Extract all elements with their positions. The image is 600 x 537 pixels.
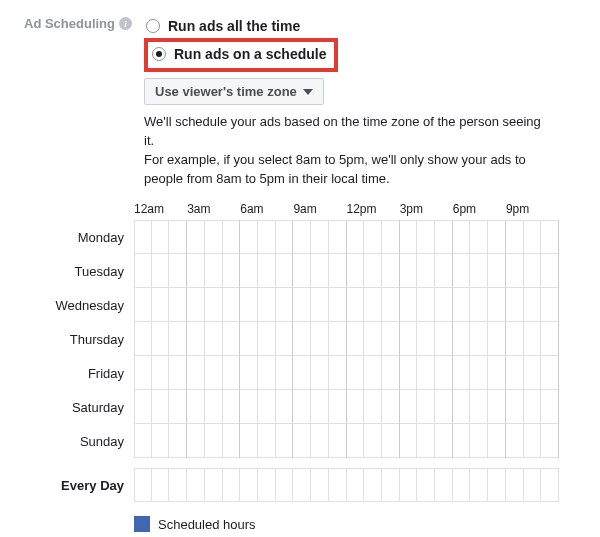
radio-run-all-time[interactable]: Run ads all the time bbox=[144, 16, 576, 36]
schedule-cell[interactable] bbox=[364, 356, 382, 390]
schedule-cell[interactable] bbox=[293, 356, 311, 390]
schedule-cell[interactable] bbox=[240, 220, 258, 254]
schedule-cell[interactable] bbox=[169, 288, 187, 322]
schedule-cell[interactable] bbox=[524, 356, 542, 390]
schedule-cell[interactable] bbox=[453, 322, 471, 356]
schedule-cell[interactable] bbox=[435, 254, 453, 288]
schedule-cell[interactable] bbox=[541, 322, 559, 356]
schedule-cell[interactable] bbox=[134, 288, 152, 322]
schedule-cell[interactable] bbox=[347, 288, 365, 322]
schedule-cell[interactable] bbox=[453, 220, 471, 254]
schedule-cell[interactable] bbox=[506, 322, 524, 356]
schedule-cell[interactable] bbox=[400, 424, 418, 458]
radio-run-on-schedule[interactable]: Run ads on a schedule bbox=[150, 44, 328, 64]
schedule-cell[interactable] bbox=[311, 254, 329, 288]
schedule-cell[interactable] bbox=[276, 356, 294, 390]
schedule-cell[interactable] bbox=[329, 288, 347, 322]
schedule-cell[interactable] bbox=[541, 424, 559, 458]
schedule-cell[interactable] bbox=[382, 254, 400, 288]
schedule-cell[interactable] bbox=[152, 390, 170, 424]
schedule-cell[interactable] bbox=[169, 356, 187, 390]
schedule-cell[interactable] bbox=[205, 390, 223, 424]
schedule-cell[interactable] bbox=[293, 288, 311, 322]
schedule-cell[interactable] bbox=[488, 468, 506, 502]
schedule-cell[interactable] bbox=[541, 288, 559, 322]
day-cells[interactable] bbox=[134, 220, 559, 254]
schedule-cell[interactable] bbox=[470, 356, 488, 390]
day-cells[interactable] bbox=[134, 288, 559, 322]
schedule-cell[interactable] bbox=[152, 254, 170, 288]
schedule-cell[interactable] bbox=[400, 254, 418, 288]
schedule-cell[interactable] bbox=[382, 468, 400, 502]
schedule-cell[interactable] bbox=[470, 254, 488, 288]
schedule-cell[interactable] bbox=[364, 254, 382, 288]
schedule-cell[interactable] bbox=[541, 254, 559, 288]
schedule-cell[interactable] bbox=[506, 220, 524, 254]
schedule-cell[interactable] bbox=[240, 390, 258, 424]
schedule-cell[interactable] bbox=[524, 390, 542, 424]
schedule-cell[interactable] bbox=[470, 220, 488, 254]
schedule-cell[interactable] bbox=[169, 390, 187, 424]
schedule-cell[interactable] bbox=[276, 288, 294, 322]
schedule-cell[interactable] bbox=[169, 424, 187, 458]
schedule-cell[interactable] bbox=[453, 356, 471, 390]
schedule-cell[interactable] bbox=[205, 288, 223, 322]
schedule-cell[interactable] bbox=[400, 468, 418, 502]
schedule-cell[interactable] bbox=[435, 390, 453, 424]
schedule-cell[interactable] bbox=[417, 322, 435, 356]
schedule-cell[interactable] bbox=[488, 220, 506, 254]
schedule-cell[interactable] bbox=[311, 424, 329, 458]
schedule-cell[interactable] bbox=[187, 424, 205, 458]
schedule-cell[interactable] bbox=[329, 390, 347, 424]
schedule-cell[interactable] bbox=[435, 288, 453, 322]
schedule-cell[interactable] bbox=[205, 356, 223, 390]
schedule-cell[interactable] bbox=[347, 322, 365, 356]
timezone-dropdown[interactable]: Use viewer's time zone bbox=[144, 78, 324, 105]
schedule-cell[interactable] bbox=[400, 220, 418, 254]
schedule-cell[interactable] bbox=[435, 468, 453, 502]
schedule-cell[interactable] bbox=[382, 288, 400, 322]
schedule-cell[interactable] bbox=[134, 356, 152, 390]
schedule-cell[interactable] bbox=[205, 424, 223, 458]
schedule-cell[interactable] bbox=[347, 468, 365, 502]
schedule-cell[interactable] bbox=[187, 288, 205, 322]
schedule-cell[interactable] bbox=[134, 220, 152, 254]
schedule-cell[interactable] bbox=[470, 424, 488, 458]
schedule-cell[interactable] bbox=[258, 424, 276, 458]
schedule-cell[interactable] bbox=[152, 356, 170, 390]
schedule-cell[interactable] bbox=[506, 288, 524, 322]
schedule-cell[interactable] bbox=[382, 424, 400, 458]
schedule-cell[interactable] bbox=[205, 254, 223, 288]
schedule-cell[interactable] bbox=[276, 220, 294, 254]
schedule-cell[interactable] bbox=[329, 254, 347, 288]
schedule-cell[interactable] bbox=[293, 468, 311, 502]
schedule-cell[interactable] bbox=[364, 468, 382, 502]
schedule-cell[interactable] bbox=[152, 322, 170, 356]
schedule-cell[interactable] bbox=[347, 220, 365, 254]
schedule-cell[interactable] bbox=[506, 356, 524, 390]
schedule-cell[interactable] bbox=[240, 288, 258, 322]
schedule-cell[interactable] bbox=[453, 390, 471, 424]
schedule-cell[interactable] bbox=[329, 322, 347, 356]
schedule-cell[interactable] bbox=[134, 254, 152, 288]
schedule-cell[interactable] bbox=[541, 390, 559, 424]
schedule-cell[interactable] bbox=[311, 322, 329, 356]
schedule-cell[interactable] bbox=[470, 322, 488, 356]
day-cells[interactable] bbox=[134, 390, 559, 424]
schedule-cell[interactable] bbox=[524, 424, 542, 458]
schedule-cell[interactable] bbox=[223, 220, 241, 254]
schedule-cell[interactable] bbox=[488, 424, 506, 458]
schedule-cell[interactable] bbox=[400, 390, 418, 424]
schedule-cell[interactable] bbox=[134, 390, 152, 424]
schedule-cell[interactable] bbox=[488, 254, 506, 288]
schedule-cell[interactable] bbox=[258, 322, 276, 356]
schedule-cell[interactable] bbox=[488, 356, 506, 390]
schedule-cell[interactable] bbox=[223, 424, 241, 458]
schedule-cell[interactable] bbox=[435, 220, 453, 254]
schedule-cell[interactable] bbox=[311, 390, 329, 424]
schedule-cell[interactable] bbox=[417, 424, 435, 458]
schedule-cell[interactable] bbox=[169, 220, 187, 254]
info-icon[interactable]: i bbox=[119, 17, 132, 30]
schedule-cell[interactable] bbox=[470, 288, 488, 322]
schedule-cell[interactable] bbox=[329, 424, 347, 458]
